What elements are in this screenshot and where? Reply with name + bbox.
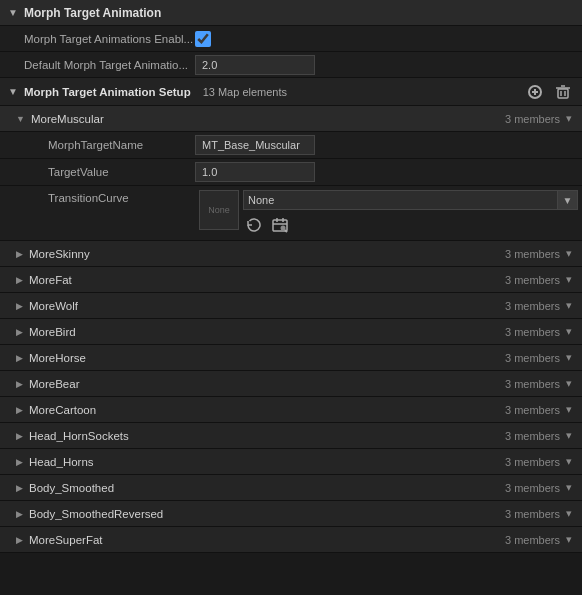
curve-right: None Linear EaseIn EaseOut ▼ [243, 190, 578, 236]
group-row[interactable]: ▶ Head_HornSockets 3 members ▾ [0, 423, 582, 449]
enabled-label: Morph Target Animations Enabl... [0, 33, 195, 45]
sub-property-row: MorphTargetName [0, 132, 582, 159]
group-name: Body_Smoothed [29, 482, 189, 494]
group-row[interactable]: ▶ MoreCartoon 3 members ▾ [0, 397, 582, 423]
group-row[interactable]: ▶ MoreBird 3 members ▾ [0, 319, 582, 345]
group-arrow: ▶ [16, 405, 23, 415]
map-actions [524, 81, 574, 103]
sub-prop-label: MorphTargetName [0, 139, 195, 151]
group-members: 3 members [505, 456, 560, 468]
morph-target-panel: ▼ Morph Target Animation Morph Target An… [0, 0, 582, 553]
curve-browse-button[interactable] [269, 214, 291, 236]
transition-curve-row: TransitionCurve None None Linear EaseIn [0, 186, 582, 241]
group-chevron: ▾ [566, 351, 572, 364]
sub-property-row: TargetValue [0, 159, 582, 186]
group-members: 3 members [505, 534, 560, 546]
section-title: Morph Target Animation [24, 6, 161, 20]
group-row[interactable]: ▶ MoreSkinny 3 members ▾ [0, 241, 582, 267]
group-chevron: ▾ [566, 429, 572, 442]
group-arrow: ▶ [16, 353, 23, 363]
group-chevron: ▾ [566, 455, 572, 468]
group-name: MoreHorse [29, 352, 189, 364]
group-name: MoreFat [29, 274, 189, 286]
setup-arrow: ▼ [8, 86, 18, 97]
group-chevron: ▾ [566, 403, 572, 416]
group-chevron: ▾ [566, 481, 572, 494]
group-arrow: ▶ [16, 249, 23, 259]
enabled-checkbox[interactable] [195, 31, 211, 47]
curve-preview: None [199, 190, 239, 230]
group-row[interactable]: ▶ MoreWolf 3 members ▾ [0, 293, 582, 319]
group-name: MoreMuscular [31, 113, 191, 125]
group-arrow: ▶ [16, 275, 23, 285]
group-row[interactable]: ▼ MoreMuscular 3 members ▾ [0, 106, 582, 132]
group-name: MoreSkinny [29, 248, 189, 260]
default-label: Default Morph Target Animatio... [0, 59, 195, 71]
group-members: 3 members [505, 430, 560, 442]
sub-prop-label: TargetValue [0, 166, 195, 178]
group-members: 3 members [505, 508, 560, 520]
curve-dropdown: None Linear EaseIn EaseOut ▼ [243, 190, 578, 210]
map-setup-row: ▼ Morph Target Animation Setup 13 Map el… [0, 78, 582, 106]
group-row[interactable]: ▶ Head_Horns 3 members ▾ [0, 449, 582, 475]
section-header[interactable]: ▼ Morph Target Animation [0, 0, 582, 26]
group-name: MoreBear [29, 378, 189, 390]
default-value-container [195, 55, 582, 75]
group-row[interactable]: ▶ MoreFat 3 members ▾ [0, 267, 582, 293]
curve-actions [243, 214, 578, 236]
group-arrow: ▼ [16, 114, 25, 124]
group-name: Head_HornSockets [29, 430, 189, 442]
group-arrow: ▶ [16, 327, 23, 337]
transition-value: None None Linear EaseIn EaseOut ▼ [195, 186, 582, 240]
group-arrow: ▶ [16, 535, 23, 545]
group-row[interactable]: ▶ Body_Smoothed 3 members ▾ [0, 475, 582, 501]
group-name: Body_SmoothedReversed [29, 508, 189, 520]
enabled-value [195, 31, 582, 47]
group-name: Head_Horns [29, 456, 189, 468]
group-chevron: ▾ [566, 273, 572, 286]
dropdown-arrow[interactable]: ▼ [558, 190, 578, 210]
group-name: MoreCartoon [29, 404, 189, 416]
transition-label: TransitionCurve [0, 186, 195, 204]
group-chevron: ▾ [566, 247, 572, 260]
group-name: MoreSuperFat [29, 534, 189, 546]
group-members: 3 members [505, 274, 560, 286]
add-element-button[interactable] [524, 81, 546, 103]
group-members: 3 members [505, 404, 560, 416]
group-chevron: ▾ [566, 507, 572, 520]
group-members: 3 members [505, 352, 560, 364]
group-members: 3 members [505, 248, 560, 260]
sub-prop-value [195, 159, 582, 185]
sub-prop-input[interactable] [195, 162, 315, 182]
group-row[interactable]: ▶ MoreHorse 3 members ▾ [0, 345, 582, 371]
sub-prop-input[interactable] [195, 135, 315, 155]
group-row[interactable]: ▶ Body_SmoothedReversed 3 members ▾ [0, 501, 582, 527]
section-collapse-arrow: ▼ [8, 7, 18, 18]
group-name: MoreWolf [29, 300, 189, 312]
group-chevron: ▾ [566, 325, 572, 338]
group-arrow: ▶ [16, 431, 23, 441]
group-arrow: ▶ [16, 457, 23, 467]
groups-container: ▼ MoreMuscular 3 members ▾ MorphTargetNa… [0, 106, 582, 553]
curve-reset-button[interactable] [243, 214, 265, 236]
default-row: Default Morph Target Animatio... [0, 52, 582, 78]
group-row[interactable]: ▶ MoreSuperFat 3 members ▾ [0, 527, 582, 553]
curve-select[interactable]: None Linear EaseIn EaseOut [243, 190, 558, 210]
group-members: 3 members [505, 482, 560, 494]
group-arrow: ▶ [16, 379, 23, 389]
group-name: MoreBird [29, 326, 189, 338]
delete-element-button[interactable] [552, 81, 574, 103]
default-input[interactable] [195, 55, 315, 75]
group-chevron: ▾ [566, 299, 572, 312]
group-arrow: ▶ [16, 483, 23, 493]
map-count: 13 Map elements [203, 86, 287, 98]
group-members: 3 members [505, 326, 560, 338]
group-members: 3 members [505, 300, 560, 312]
enabled-row: Morph Target Animations Enabl... [0, 26, 582, 52]
map-setup-label: ▼ Morph Target Animation Setup [8, 86, 191, 98]
group-chevron: ▾ [566, 533, 572, 546]
group-chevron: ▾ [566, 377, 572, 390]
group-row[interactable]: ▶ MoreBear 3 members ▾ [0, 371, 582, 397]
sub-prop-value [195, 132, 582, 158]
svg-rect-3 [558, 89, 568, 98]
